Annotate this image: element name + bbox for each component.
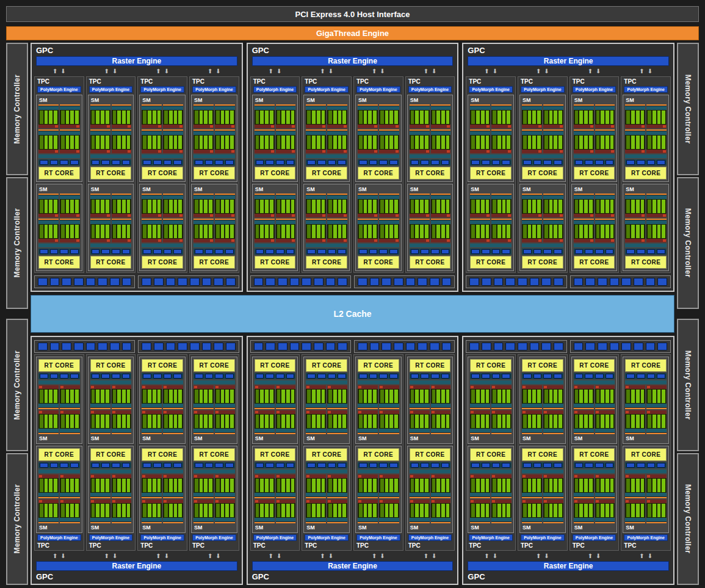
register-dot: [663, 214, 666, 217]
core-column: [209, 111, 212, 124]
register-bar: [327, 125, 347, 128]
rt-core-bar: RT CORE: [358, 448, 399, 461]
texture-unit-rect: [101, 374, 110, 379]
core-column: [493, 136, 496, 149]
core-column-group: [90, 389, 110, 404]
scheduler-bar: [215, 518, 235, 521]
core-column: [54, 111, 57, 124]
crossbar-rect: [142, 343, 151, 350]
scheduler-bar: [470, 493, 490, 496]
register-bar: [255, 385, 275, 389]
core-column: [342, 479, 346, 492]
core-column: [610, 111, 614, 124]
scheduler-bar: [646, 429, 667, 432]
texture-unit-rect: [441, 463, 450, 468]
arrow-pair: ⬆⬇: [518, 552, 568, 560]
core-quadrant-row: [410, 104, 451, 128]
tpc-block: TPCPolyMorph EngineSMRT CORESMRT CORE: [353, 76, 403, 273]
core-quadrant-row: [358, 499, 399, 523]
rt-core-bar: RT CORE: [358, 359, 399, 372]
sm-block: SMRT CORE: [407, 446, 454, 533]
core-column: [589, 111, 593, 124]
core-quadrant-row: [410, 474, 451, 498]
core-quadrant-row: [255, 219, 296, 242]
core-column: [164, 111, 168, 124]
core-column: [49, 225, 52, 238]
crossbar-rect: [190, 343, 200, 350]
raster-arrows-row: ⬆⬇⬆⬇⬆⬇⬆⬇: [250, 552, 455, 560]
crossbar-rect: [505, 278, 515, 286]
crossbar-rect: [585, 343, 595, 350]
core-quadrant: [90, 104, 110, 128]
core-column: [559, 200, 562, 213]
register-dot: [380, 411, 383, 413]
core-quadrant-row: [522, 410, 563, 434]
dispatch-bar: [646, 433, 667, 434]
register-bar: [60, 150, 80, 153]
sm-label-text: SM: [39, 186, 48, 192]
register-dot: [522, 500, 526, 503]
core-quadrant: [646, 194, 667, 217]
core-column: [122, 479, 126, 492]
core-quadrant-row: [142, 410, 183, 434]
texture-unit-rect: [338, 463, 346, 468]
texture-units-row: [306, 159, 347, 165]
dispatch-bar: [379, 129, 399, 131]
core-column: [436, 504, 440, 517]
crossbar-rect: [634, 278, 643, 286]
core-column: [277, 136, 281, 149]
register-dot: [91, 500, 94, 503]
core-column-group: [646, 414, 667, 429]
register-bar: [112, 125, 132, 128]
polymorph-engine-bar: PolyMorph Engine: [89, 534, 133, 541]
register-bar: [574, 410, 594, 414]
dispatch-bar: [358, 433, 378, 434]
sm-label-text: SM: [142, 435, 151, 441]
register-bar: [112, 499, 132, 503]
dispatch-bar: [112, 433, 132, 434]
core-column: [113, 200, 117, 213]
register-bar: [90, 214, 110, 217]
core-column: [49, 111, 52, 124]
texture-unit-rect: [122, 463, 131, 468]
core-column: [230, 390, 234, 403]
tpc-block: TPCPolyMorph EngineSMRT CORESMRT CORE: [466, 354, 516, 551]
core-column: [549, 136, 553, 149]
sm-stack: SMRT CORESMRT CORE: [355, 95, 402, 271]
core-column-group: [327, 389, 347, 404]
core-column: [373, 136, 377, 149]
core-quadrant-grid: [625, 104, 667, 153]
core-column-group: [574, 478, 594, 493]
polymorph-engine-label: PolyMorph Engine: [524, 535, 561, 540]
core-column: [537, 479, 541, 492]
core-quadrant: [306, 410, 326, 434]
texture-units-row: [142, 249, 183, 255]
dispatch-bar: [327, 194, 347, 195]
core-column-group: [38, 478, 59, 493]
texture-unit-rect: [307, 374, 316, 379]
register-dot: [128, 214, 131, 217]
register-dot: [380, 475, 383, 477]
dispatch-bar: [431, 219, 451, 220]
register-bar: [379, 385, 399, 389]
core-column: [364, 111, 367, 124]
core-column: [373, 479, 377, 492]
sm-block: SMRT CORE: [623, 446, 669, 533]
core-quadrant-grid: [38, 194, 80, 242]
core-column: [148, 415, 151, 428]
register-dot: [574, 386, 577, 388]
scheduler-bar: [410, 493, 430, 496]
core-column-group: [142, 478, 162, 493]
core-column: [544, 390, 548, 403]
arrow-down-icon: ⬇: [164, 68, 169, 74]
core-quadrant: [163, 474, 183, 498]
core-column-group: [90, 478, 110, 493]
scheduler-bar: [522, 518, 542, 521]
core-column: [92, 415, 95, 428]
register-dot: [358, 500, 361, 503]
texture-unit-rect: [70, 463, 79, 468]
dispatch-bar: [215, 129, 235, 131]
sm-stack: SMRT CORESMRT CORE: [355, 357, 402, 533]
register-dot: [596, 500, 599, 503]
dispatch-bar: [215, 433, 235, 434]
